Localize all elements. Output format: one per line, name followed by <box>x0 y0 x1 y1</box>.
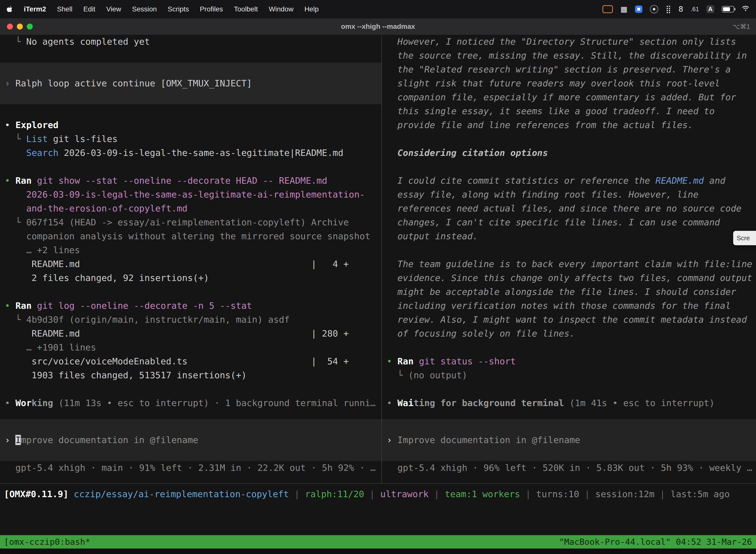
menu-view[interactable]: View <box>106 5 121 13</box>
terminal-line: 1903 files changed, 513517 insertions(+) <box>0 368 381 382</box>
menu-window[interactable]: Window <box>269 5 294 13</box>
tmux-status-bar: [omx-cczip0:bash* "MacBook-Pro-44.local"… <box>0 535 756 549</box>
input-source-icon[interactable]: A <box>706 5 714 13</box>
dots-grid-icon[interactable]: ⣿ <box>666 5 671 13</box>
terminal-line: • Ran git status --short <box>382 354 756 368</box>
terminal-line: the source tree, missing the essay. Stil… <box>382 49 756 63</box>
terminal-line: provide file and line references from th… <box>382 118 756 132</box>
terminal-line <box>382 160 756 174</box>
terminal-line: Considering citation options <box>382 146 756 160</box>
menu-bar-status-icons: ▦ ⣿ 8 .61 A <box>603 5 750 13</box>
app-menu-iterm2[interactable]: iTerm2 <box>24 5 46 13</box>
status-text-right: gpt-5.4 xhigh · 96% left · 520K in · 5.8… <box>387 463 752 473</box>
terminal-line: [OMX#0.11.9] cczip/essay/ai-reimplementa… <box>0 487 756 501</box>
terminal-line: slight risk that future readers may over… <box>382 76 756 90</box>
terminal-line: changes, I can't cite specific file line… <box>382 215 756 229</box>
window-title: omx --xhigh --madmax <box>341 22 415 31</box>
prompt-input-right[interactable]: › Improve documentation in @filename <box>382 419 756 461</box>
terminal-line: However, I noticed the "Directory Struct… <box>382 35 756 49</box>
menu-toolbelt[interactable]: Toolbelt <box>234 5 258 13</box>
terminal-line <box>0 382 381 396</box>
terminal-line <box>0 104 381 118</box>
close-button[interactable] <box>7 23 13 30</box>
terminal-line <box>0 49 381 63</box>
terminal-line <box>382 243 756 257</box>
terminal-line: • Explored <box>0 118 381 132</box>
prompt-text: Improve documentation in @filename <box>397 435 580 445</box>
terminal-line: and-the-erosion-of-copyleft.md <box>0 202 381 215</box>
terminal-line: The team guideline is to back every impo… <box>382 257 756 271</box>
terminal-line: companion analysis without altering the … <box>0 229 381 243</box>
terminal-line: of focusing solely on file lines. <box>382 327 756 340</box>
menu-bar: iTerm2 Shell Edit View Session Scripts P… <box>0 0 756 18</box>
desktop: iTerm2 Shell Edit View Session Scripts P… <box>0 0 756 554</box>
menu-session[interactable]: Session <box>132 5 157 13</box>
terminal-line <box>382 132 756 146</box>
terminal-line: this single essay, it seems like a good … <box>382 104 756 118</box>
terminal-line: └ 4b9d30f (origin/main, instructkr/main,… <box>0 313 381 327</box>
grid-icon[interactable]: ▦ <box>620 5 627 13</box>
menu-help[interactable]: Help <box>304 5 319 13</box>
terminal-line: output instead. <box>382 229 756 243</box>
zoom-button[interactable] <box>27 23 33 30</box>
right-pane[interactable]: However, I noticed the "Directory Struct… <box>382 35 756 483</box>
terminal-line <box>0 285 381 299</box>
terminal-line: Search 2026-03-09-is-legal-the-same-as-l… <box>0 146 381 160</box>
gauge-value[interactable]: .61 <box>691 6 699 13</box>
terminal-line: 2026-03-09-is-legal-the-same-as-legitima… <box>0 188 381 202</box>
terminal-line: └ (no output) <box>382 368 756 382</box>
screen-recording-indicator[interactable] <box>603 5 613 13</box>
app-icon-8[interactable]: 8 <box>679 5 683 13</box>
menu-shell[interactable]: Shell <box>57 5 72 13</box>
battery-icon[interactable] <box>722 6 734 12</box>
apple-menu-icon[interactable] <box>6 5 13 13</box>
screenshot-thumbnail-tab[interactable]: Scre <box>733 231 756 245</box>
terminal-line: companion file, especially if more comme… <box>382 90 756 104</box>
dark-app-icon[interactable] <box>650 5 658 13</box>
prompt-text: mprove documentation in @filename <box>21 435 198 445</box>
terminal-line: README.md | 280 + <box>0 327 381 340</box>
terminal-line <box>382 340 756 354</box>
terminal-line: including verification notes with those … <box>382 299 756 313</box>
right-scrollback: However, I noticed the "Directory Struct… <box>382 35 756 410</box>
blue-app-icon[interactable] <box>635 5 642 13</box>
terminal-line: └ 067f154 (HEAD -> essay/ai-reimplementa… <box>0 215 381 229</box>
prompt-chevron: › <box>387 435 397 445</box>
left-scrollback-top: └ No agents completed yet <box>0 35 381 63</box>
bottom-gap <box>0 549 756 554</box>
left-scrollback: • Explored └ List git ls-files Search 20… <box>0 104 381 410</box>
omx-status-bar: [OMX#0.11.9] cczip/essay/ai-reimplementa… <box>0 484 756 535</box>
text-cursor: I <box>15 435 21 445</box>
terminal-line: • Ran git log --oneline --decorate -n 5 … <box>0 299 381 313</box>
battery-nub <box>735 8 736 10</box>
prompt-input-left[interactable]: › Improve documentation in @filename <box>0 419 381 461</box>
terminal: └ No agents completed yet › Ralph loop a… <box>0 35 756 554</box>
terminal-line: • Ran git show --stat --oneline --decora… <box>0 174 381 188</box>
status-line-left: gpt-5.4 xhigh · main · 91% left · 2.31M … <box>0 461 381 475</box>
split-panes: └ No agents completed yet › Ralph loop a… <box>0 35 756 484</box>
terminal-line: might be acceptable alongside the file l… <box>382 285 756 299</box>
menu-profiles[interactable]: Profiles <box>200 5 223 13</box>
menu-edit[interactable]: Edit <box>83 5 95 13</box>
minimize-button[interactable] <box>17 23 23 30</box>
terminal-line <box>0 160 381 174</box>
terminal-line: evidence. Since this change only affects… <box>382 271 756 285</box>
left-pane[interactable]: └ No agents completed yet › Ralph loop a… <box>0 35 382 483</box>
traffic-lights <box>7 18 33 35</box>
menu-scripts[interactable]: Scripts <box>168 5 189 13</box>
terminal-line: • Working (11m 13s • esc to interrupt) ·… <box>0 396 381 410</box>
window-title-bar[interactable]: omx --xhigh --madmax ⌥⌘1 <box>0 18 756 35</box>
status-text-left: gpt-5.4 xhigh · main · 91% left · 2.31M … <box>5 463 376 473</box>
menu-bar-left: iTerm2 Shell Edit View Session Scripts P… <box>6 5 319 13</box>
terminal-line: references need actual files, and since … <box>382 202 756 215</box>
tmux-host-time: "MacBook-Pro-44.local" 04:52 31-Mar-26 <box>559 537 752 547</box>
window-shortcut-hint: ⌥⌘1 <box>733 23 750 31</box>
terminal-line: … +2 lines <box>0 243 381 257</box>
left-spacer <box>0 410 381 419</box>
terminal-line: 2 files changed, 92 insertions(+) <box>0 271 381 285</box>
wifi-icon[interactable] <box>742 5 750 13</box>
terminal-line: • Waiting for background terminal (1m 41… <box>382 396 756 410</box>
right-spacer <box>382 410 756 419</box>
terminal-line: README.md | 4 + <box>0 257 381 271</box>
terminal-line: └ List git ls-files <box>0 132 381 146</box>
